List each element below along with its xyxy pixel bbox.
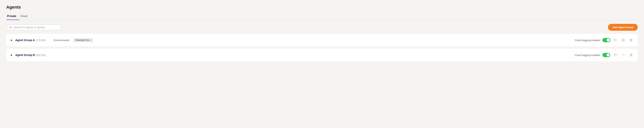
delete-icon[interactable] — [628, 52, 634, 58]
cloud-logging-label: Cloud logging enabled — [575, 39, 600, 42]
add-agent-group-button[interactable]: Add Agent Group — [608, 24, 638, 31]
tab-cloud[interactable]: Cloud — [20, 13, 30, 20]
group-actions: Cloud logging enabled — [575, 52, 634, 58]
search-wrapper — [6, 24, 61, 30]
group-row: ▶Agent Group B(192720)Cloud logging enab… — [6, 49, 638, 61]
settings-icon — [620, 52, 626, 58]
page-title: Agents — [6, 5, 638, 10]
history-icon[interactable] — [613, 52, 618, 58]
toolbar: Add Agent Group — [6, 24, 638, 31]
group-row: ▶Agent Group A(171230)Environments:Examp… — [6, 34, 638, 46]
tab-private[interactable]: Private — [6, 13, 20, 20]
group-actions: Cloud logging enabled — [575, 37, 634, 43]
separator — [50, 38, 50, 42]
svg-line-1 — [11, 28, 12, 28]
cloud-logging-toggle[interactable] — [602, 38, 610, 42]
search-input[interactable] — [14, 26, 58, 29]
history-icon[interactable] — [613, 37, 618, 43]
expand-chevron[interactable]: ▶ — [10, 39, 13, 41]
svg-point-2 — [623, 40, 624, 40]
tabs-container: Private Cloud — [6, 13, 638, 20]
cloud-logging-label: Cloud logging enabled — [575, 54, 600, 57]
groups-list: ▶Agent Group A(171230)Environments:Examp… — [6, 34, 638, 61]
group-name: Agent Group B(192720) — [15, 53, 46, 57]
group-id: (192720) — [36, 54, 46, 57]
environments-label: Environments: — [54, 39, 70, 42]
cloud-logging-toggle[interactable] — [602, 53, 610, 57]
settings-icon[interactable] — [620, 37, 626, 43]
delete-icon[interactable] — [628, 37, 634, 43]
svg-point-3 — [623, 55, 624, 55]
environment-badge[interactable]: Example Env... — [74, 38, 93, 42]
group-name: Agent Group A(171230) — [15, 39, 46, 42]
search-icon — [9, 26, 12, 29]
group-id: (171230) — [36, 39, 46, 42]
expand-chevron[interactable]: ▶ — [10, 54, 13, 56]
